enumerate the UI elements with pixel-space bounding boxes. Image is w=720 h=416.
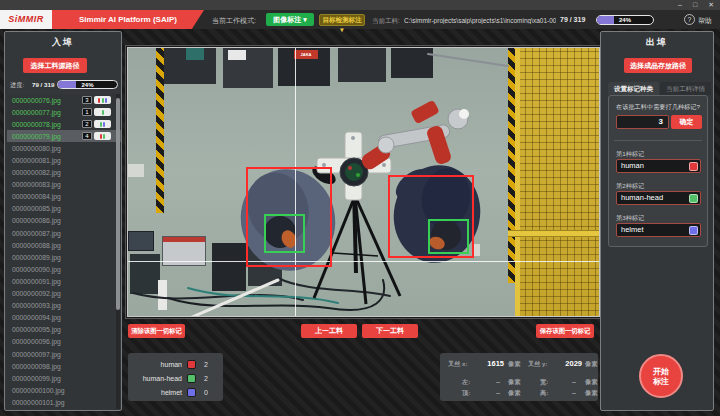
image-frame: JAKA [125,45,602,319]
file-list-item[interactable]: 0000000093.jpg [7,300,121,312]
mode-dropdown-label: 图像标注 [273,16,301,23]
file-list-item[interactable]: 0000000094.jpg [7,312,121,324]
close-icon[interactable]: ✕ [708,0,714,10]
file-name: 0000000085.jpg [12,205,61,212]
file-list-item[interactable]: 0000000080.jpg [7,142,121,154]
file-list-item[interactable]: 0000000099.jpg [7,372,121,384]
file-list-item[interactable]: 0000000089.jpg [7,251,121,263]
file-list-item[interactable]: 0000000078.jpg2 [7,118,121,130]
file-name: 0000000098.jpg [12,363,61,370]
file-name: 0000000086.jpg [12,217,61,224]
legend-count: 2 [196,375,216,382]
annotation-canvas[interactable]: JAKA [127,47,600,317]
scene-graphics [128,48,600,317]
work-mode-label: 当前工作模式: [212,16,256,26]
legend-row: human2 [128,357,223,371]
file-list-item[interactable]: 0000000098.jpg [7,360,121,372]
mode-dropdown-image-annotation[interactable]: 图像标注 ▾ [266,13,314,26]
class-label-title: 第1种标记 [616,150,644,159]
previous-item-button[interactable]: 上一工料 [301,324,357,338]
chevron-down-icon: ▾ [340,26,343,33]
file-list[interactable]: 0000000076.jpg30000000077.jpg10000000078… [7,94,121,409]
file-list-item[interactable]: 0000000084.jpg [7,191,121,203]
unit-label: 像素 [508,378,520,387]
crosshair-y-value: 2029 [554,359,582,368]
right-panel-tabs: 设置标记种类当前工料详情 [608,82,712,95]
file-name: 0000000093.jpg [12,302,61,309]
box-left-value: -- [480,378,500,385]
file-list-item[interactable]: 0000000088.jpg [7,239,121,251]
next-item-button[interactable]: 下一工料 [362,324,418,338]
legend-class-name: human-head [128,375,182,382]
file-list-scrollbar[interactable] [116,94,120,409]
file-list-item[interactable]: 0000000081.jpg [7,154,121,166]
class-color-tick [102,98,104,103]
file-list-item[interactable]: 0000000096.jpg [7,336,121,348]
class-count-question: 在该批工料中需要打几种标记? [616,103,700,112]
file-name: 0000000096.jpg [12,338,61,345]
app-title-badge: Simmir AI Platform (SAIP) [52,10,204,29]
class-color-swatch[interactable] [689,194,698,203]
mode-dropdown-object-detection[interactable]: 目标检测标注 ▾ [319,14,365,26]
help-button[interactable]: 帮助 [698,16,712,26]
file-list-item[interactable]: 0000000085.jpg [7,203,121,215]
class-color-swatch[interactable] [689,226,698,235]
bbox-human-head-2[interactable] [428,219,469,254]
class-color-tick [103,122,105,127]
clear-annotations-button[interactable]: 清除该图一切标记 [128,324,185,338]
file-list-item[interactable]: 0000000077.jpg1 [7,106,121,118]
class-color-swatch[interactable] [689,162,698,171]
class-count-input[interactable]: 3 [616,115,669,129]
file-list-item[interactable]: 0000000083.jpg [7,179,121,191]
start-annotation-button[interactable]: 开始 标注 [639,354,683,398]
unit-label: 像素 [585,360,597,369]
confirm-button[interactable]: 确定 [671,115,702,129]
file-name: 0000000087.jpg [12,230,61,237]
file-name: 0000000095.jpg [12,326,61,333]
file-list-item[interactable]: 0000000087.jpg [7,227,121,239]
minimize-icon[interactable]: – [678,0,682,10]
file-list-item[interactable]: 0000000086.jpg [7,215,121,227]
legend-class-name: helmet [128,389,182,396]
file-list-item[interactable]: 0000000090.jpg [7,263,121,275]
legend-color-swatch [187,374,196,383]
choose-output-path-button[interactable]: 选择成品存放路径 [624,58,692,73]
class-name-input[interactable]: human [616,159,701,173]
bbox-human-head-1[interactable] [264,214,305,253]
save-annotations-button[interactable]: 保存该图一切标记 [536,324,594,338]
file-name: 0000000088.jpg [12,242,61,249]
app-logo: SiMMIR [0,10,52,29]
class-color-tick [100,122,102,127]
file-list-item[interactable]: 0000000095.jpg [7,324,121,336]
class-name-input[interactable]: human-head [616,191,701,205]
file-list-item[interactable]: 00000000100.jpg [7,384,121,396]
chevron-down-icon: ▾ [303,16,307,23]
choose-source-path-button[interactable]: 选择工料源路径 [23,58,87,73]
class-name-input[interactable]: helmet [616,223,701,237]
right-panel-tab[interactable]: 设置标记种类 [608,82,659,95]
file-list-item[interactable]: 0000000091.jpg [7,275,121,287]
progress-count: 79 / 319 [32,81,54,88]
file-name: 0000000084.jpg [12,193,61,200]
class-color-tick [105,98,107,103]
start-button-line2: 标注 [641,377,681,387]
import-panel: 入埠 选择工料源路径 进度: 79 / 319 24% 0000000076.j… [4,31,122,411]
help-icon[interactable]: ? [684,14,695,25]
unit-label: 像素 [508,360,520,369]
right-panel-tab[interactable]: 当前工料详情 [660,82,711,95]
file-list-item[interactable]: 0000000097.jpg [7,348,121,360]
class-color-ticks [94,108,111,116]
legend-count: 2 [196,361,216,368]
maximize-icon[interactable]: □ [693,0,697,10]
box-top-value: -- [480,389,500,396]
file-list-item[interactable]: 0000000079.jpg4 [7,130,121,142]
import-panel-title: 入埠 [5,36,121,49]
scrollbar-thumb[interactable] [116,98,120,310]
file-name: 0000000083.jpg [12,181,61,188]
legend-class-name: human [128,361,182,368]
file-list-item[interactable]: 00000000101.jpg [7,396,121,408]
file-list-item[interactable]: 0000000092.jpg [7,288,121,300]
file-list-item[interactable]: 0000000076.jpg3 [7,94,121,106]
file-list-item[interactable]: 0000000082.jpg [7,167,121,179]
class-color-tick [98,98,100,103]
